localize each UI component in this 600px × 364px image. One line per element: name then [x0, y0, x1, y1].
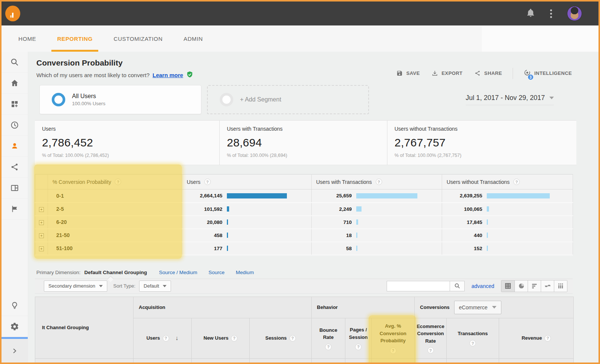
- notifications-bell-icon[interactable]: [526, 8, 535, 19]
- save-button[interactable]: SAVE: [392, 68, 424, 79]
- users-without-transactions-cell: 152: [442, 242, 573, 255]
- data-table-view-icon[interactable]: [501, 280, 514, 292]
- sort-type-label: Sort Type:: [113, 283, 135, 289]
- dimension-default-channel-grouping[interactable]: Default Channel Grouping: [84, 270, 147, 275]
- dimension-source[interactable]: Source: [208, 270, 225, 275]
- sidebar-collapse-button[interactable]: [2, 339, 28, 363]
- users-cell: 20,080: [182, 216, 312, 229]
- col-pages-session[interactable]: Pages / Session?: [345, 318, 372, 358]
- advanced-link[interactable]: advanced: [471, 283, 494, 289]
- help-icon[interactable]: ?: [376, 179, 382, 185]
- analytics-logo-icon[interactable]: [5, 6, 20, 21]
- help-icon[interactable]: ?: [163, 335, 169, 342]
- users-bar: [227, 206, 229, 212]
- sidebar-spacer: [2, 219, 28, 295]
- col-new-users[interactable]: New Users?: [192, 318, 250, 358]
- secondary-dimension-button[interactable]: Secondary dimension: [44, 280, 107, 292]
- help-icon[interactable]: ?: [204, 179, 211, 185]
- sidebar-home[interactable]: [2, 73, 28, 94]
- sidebar-admin-gear[interactable]: [2, 316, 28, 337]
- col-users[interactable]: Users?↓: [134, 318, 192, 358]
- sidebar-history-clock[interactable]: [2, 115, 28, 136]
- expand-row-button[interactable]: +: [39, 207, 44, 212]
- table-search-input[interactable]: [387, 281, 450, 291]
- export-button[interactable]: EXPORT: [427, 68, 467, 79]
- scorecard-users-with-transactions: Users with Transactions 28,694 % of Tota…: [219, 121, 387, 165]
- help-icon[interactable]: ?: [470, 340, 476, 346]
- table-row: 0-12,664,14525,6592,639,255: [35, 189, 573, 203]
- col-sessions[interactable]: Sessions?: [250, 318, 312, 358]
- percentage-view-icon[interactable]: [514, 280, 528, 292]
- users-bar: [227, 193, 287, 198]
- help-icon[interactable]: ?: [290, 335, 296, 342]
- sidebar-dashboards[interactable]: [2, 94, 28, 115]
- kebab-menu-icon[interactable]: [549, 8, 554, 19]
- col-bounce-rate[interactable]: Bounce Rate?: [312, 318, 345, 358]
- expand-row-button[interactable]: +: [39, 233, 44, 238]
- app-window: HOME REPORTING CUSTOMIZATION ADMIN: [0, 0, 600, 364]
- col-header-users[interactable]: Users?: [182, 175, 312, 189]
- expand-row-button[interactable]: +: [39, 246, 44, 251]
- col-header-users-with-transactions[interactable]: Users with Transactions?: [312, 175, 442, 189]
- tab-customization[interactable]: CUSTOMIZATION: [108, 25, 168, 52]
- users-cell: 101,592: [182, 203, 312, 216]
- dimension-source-medium[interactable]: Source / Medium: [159, 270, 197, 275]
- col-revenue[interactable]: Revenue?: [499, 318, 574, 358]
- sidebar-search[interactable]: [2, 52, 28, 73]
- sidebar-audience[interactable]: [2, 136, 28, 157]
- dimension-column-header[interactable]: lt Channel Grouping: [35, 297, 134, 358]
- sort-type-button[interactable]: Default: [139, 280, 171, 292]
- ecommerce-dropdown[interactable]: eCommerce: [454, 301, 501, 314]
- add-segment-button[interactable]: + Add Segment: [207, 85, 369, 114]
- scorecard-users: Users 2,786,452 % of Total: 100.00% (2,7…: [35, 121, 219, 165]
- col-header-probability[interactable]: % Conversion Probability?: [48, 175, 182, 189]
- intelligence-button[interactable]: 3 INTELLIGENCE: [519, 67, 576, 80]
- col-ecommerce-conversion-rate[interactable]: Ecommerce Conversion Rate?: [415, 318, 447, 358]
- learn-more-link[interactable]: Learn more: [153, 72, 183, 78]
- users-with-transactions-cell: 25,659: [312, 189, 442, 203]
- help-icon[interactable]: ?: [355, 344, 362, 350]
- help-icon[interactable]: ?: [513, 179, 520, 185]
- report-sidebar: [2, 52, 28, 363]
- pivot-view-icon[interactable]: [554, 280, 567, 292]
- sidebar-conversions-flag[interactable]: [2, 198, 28, 219]
- share-button[interactable]: SHARE: [470, 68, 507, 79]
- comparison-view-icon[interactable]: [541, 280, 554, 292]
- date-range-selector[interactable]: Jul 1, 2017 - Nov 29, 2017: [466, 94, 554, 105]
- performance-view-icon[interactable]: [528, 280, 541, 292]
- col-header-users-without-transactions[interactable]: Users without Transactions?: [442, 175, 573, 189]
- expand-row-button[interactable]: +: [39, 220, 44, 225]
- actions-divider: [513, 68, 513, 79]
- help-icon[interactable]: ?: [115, 179, 121, 185]
- users-without-transactions-cell: 440: [442, 229, 573, 242]
- bucket-cell: 2-5: [48, 203, 182, 216]
- col-avg-conversion-probability[interactable]: Avg. % Conversion Probability?: [372, 318, 415, 358]
- view-toggle-group: [501, 280, 567, 292]
- group-header-behavior: Behavior: [312, 297, 415, 318]
- user-avatar[interactable]: [567, 6, 582, 21]
- uwt-bar: [356, 193, 417, 198]
- sidebar-discover-bulb[interactable]: [2, 295, 28, 316]
- segment-all-users[interactable]: All Users 100.00% Users: [39, 85, 201, 114]
- help-icon[interactable]: ?: [390, 348, 396, 354]
- users-bar: [227, 246, 228, 251]
- probability-table-body: 0-12,664,14525,6592,639,255+2-5101,5922,…: [35, 189, 573, 255]
- expand-cell: +: [35, 242, 48, 255]
- tab-admin[interactable]: ADMIN: [178, 25, 208, 52]
- help-icon[interactable]: ?: [325, 344, 332, 350]
- search-button[interactable]: [450, 281, 465, 291]
- table-toolbar: Secondary dimension Sort Type: Default a…: [35, 279, 573, 294]
- tab-reporting[interactable]: REPORTING: [51, 25, 98, 52]
- tab-home[interactable]: HOME: [13, 25, 42, 52]
- sidebar-acquisition[interactable]: [2, 157, 28, 178]
- table-row: +51-10017758152: [35, 242, 573, 255]
- col-transactions[interactable]: Transactions?: [447, 318, 499, 358]
- scorecard-users-without-transactions: Users without Transactions 2,767,757 % o…: [387, 121, 576, 165]
- help-icon[interactable]: ?: [231, 335, 237, 342]
- expand-cell: +: [35, 229, 48, 242]
- help-icon[interactable]: ?: [428, 347, 434, 354]
- help-icon[interactable]: ?: [544, 335, 551, 342]
- dimension-medium[interactable]: Medium: [236, 270, 254, 275]
- sidebar-behavior[interactable]: [2, 178, 28, 198]
- top-right-panel: [482, 26, 598, 52]
